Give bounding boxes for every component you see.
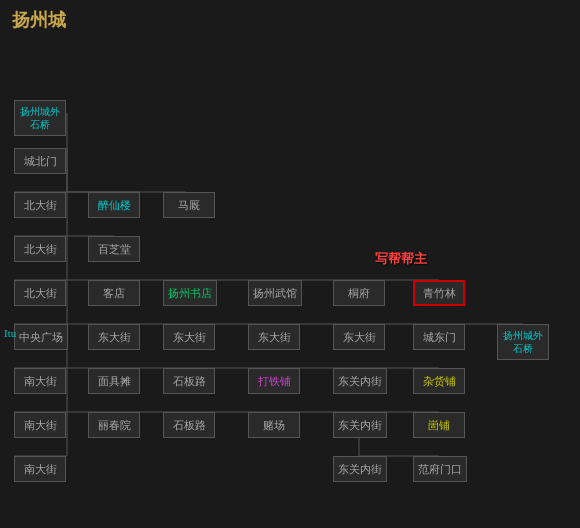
map-node-baizitang[interactable]: 百芝堂 — [88, 236, 140, 262]
floating-label: 写帮帮主 — [375, 250, 427, 268]
page-title: 扬州城 — [0, 0, 580, 40]
map-node-guan_pu[interactable]: 崮铺 — [413, 412, 465, 438]
map-node-dongdajie3[interactable]: 东大街 — [248, 324, 300, 350]
map-node-dongdajie4[interactable]: 东大街 — [333, 324, 385, 350]
map-node-yangzhou_wu[interactable]: 扬州武馆 — [248, 280, 302, 306]
map-node-nandajie1[interactable]: 南大街 — [14, 368, 66, 394]
map-node-shibanlu2[interactable]: 石板路 — [163, 412, 215, 438]
map-node-zahuo[interactable]: 杂货铺 — [413, 368, 465, 394]
map-node-chengbeimen[interactable]: 城北门 — [14, 148, 66, 174]
map-container: 扬州城外石桥城北门北大街醉仙楼马厩北大街百芝堂北大街客店扬州书店扬州武馆桐府青竹… — [0, 40, 580, 528]
map-node-dongdajie2[interactable]: 东大街 — [163, 324, 215, 350]
map-node-datie[interactable]: 打铁铺 — [248, 368, 300, 394]
map-node-mafang[interactable]: 马厩 — [163, 192, 215, 218]
map-node-duchang[interactable]: 赌场 — [248, 412, 300, 438]
map-node-dongdajie1[interactable]: 东大街 — [88, 324, 140, 350]
map-node-chengdongmen[interactable]: 城东门 — [413, 324, 465, 350]
map-node-dongguannei2[interactable]: 东关内街 — [333, 412, 387, 438]
map-node-nandajie3[interactable]: 南大街 — [14, 456, 66, 482]
map-node-lichunya[interactable]: 丽春院 — [88, 412, 140, 438]
map-node-fanfu_men[interactable]: 范府门口 — [413, 456, 467, 482]
map-node-mianjupeng[interactable]: 面具摊 — [88, 368, 140, 394]
map-node-yangwai_shi_top[interactable]: 扬州城外石桥 — [14, 100, 66, 136]
map-node-qingzhulin[interactable]: 青竹林 — [413, 280, 465, 306]
map-node-shibanlu1[interactable]: 石板路 — [163, 368, 215, 394]
map-node-beidajie2[interactable]: 北大街 — [14, 236, 66, 262]
map-node-kedian[interactable]: 客店 — [88, 280, 140, 306]
map-node-beidajie1[interactable]: 北大街 — [14, 192, 66, 218]
map-node-jingxian[interactable]: 醉仙楼 — [88, 192, 140, 218]
map-node-dongguannei1[interactable]: 东关内街 — [333, 368, 387, 394]
map-node-yangwai_shi_right[interactable]: 扬州城外石桥 — [497, 324, 549, 360]
map-node-nandajie2[interactable]: 南大街 — [14, 412, 66, 438]
map-node-zhongyangguang[interactable]: 中央广场 — [14, 324, 68, 350]
map-node-beidajie3[interactable]: 北大街 — [14, 280, 66, 306]
map-node-dongguannei3[interactable]: 东关内街 — [333, 456, 387, 482]
map-node-yangzhou_shu[interactable]: 扬州书店 — [163, 280, 217, 306]
map-node-koufu[interactable]: 桐府 — [333, 280, 385, 306]
